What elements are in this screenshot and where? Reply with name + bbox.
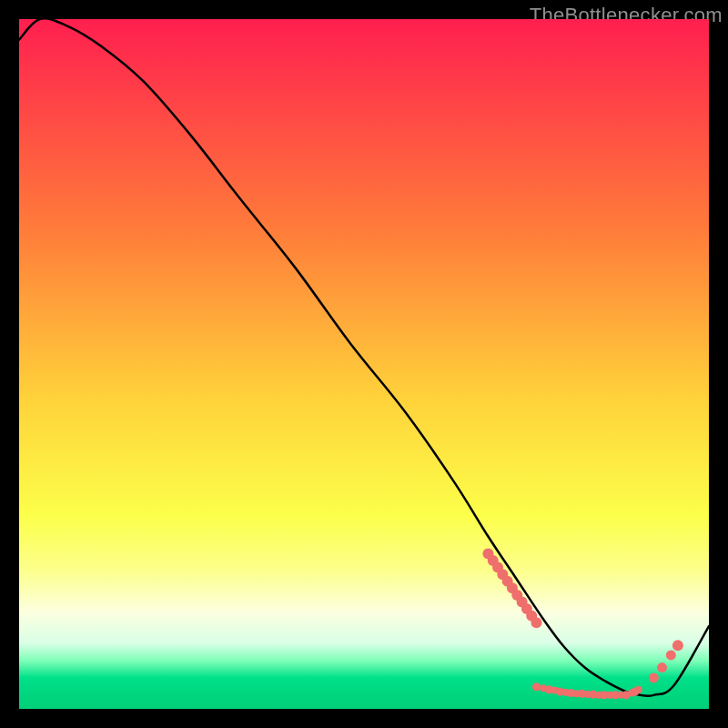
bottleneck-chart [0,0,728,728]
marker-dot [666,650,676,660]
marker-dot [531,617,542,628]
marker-dot [532,682,541,691]
marker-dot [649,672,659,682]
marker-dot [635,686,642,693]
marker-dot [672,640,683,651]
plot-background [19,19,709,709]
marker-dot [657,662,667,672]
chart-stage: TheBottlenecker.com [0,0,728,728]
